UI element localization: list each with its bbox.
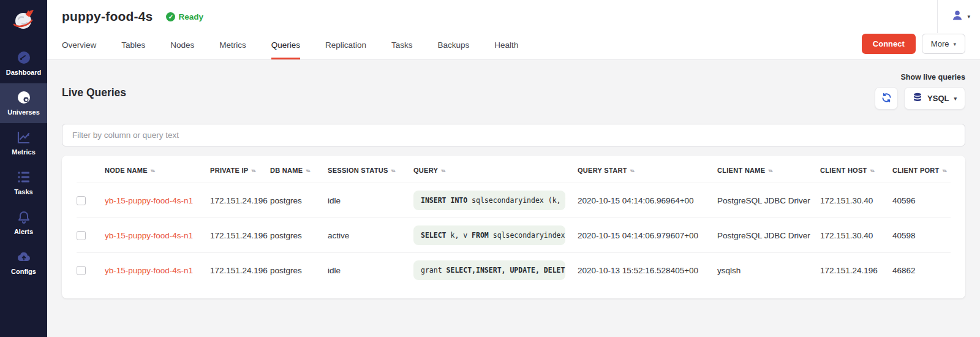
session-status-cell: idle xyxy=(328,252,413,287)
client-port-cell: 46862 xyxy=(892,252,951,287)
client-port-cell: 40598 xyxy=(892,218,951,252)
private-ip-cell: 172.151.24.196 xyxy=(210,183,270,218)
session-status-cell: idle xyxy=(328,183,413,218)
column-header-session-status[interactable]: SESSION STATUS▾▴ xyxy=(328,158,413,183)
private-ip-cell: 172.151.24.196 xyxy=(210,218,270,252)
refresh-button[interactable] xyxy=(875,87,898,110)
column-label: DB NAME xyxy=(270,167,303,174)
sidebar-item-label: Metrics xyxy=(12,148,36,156)
sidebar-item-label: Tasks xyxy=(14,188,32,195)
column-header-query[interactable]: QUERY▾▴ xyxy=(413,158,578,183)
query-chip: INSERT INTO sqlsecondaryindex (k, v… xyxy=(413,191,565,210)
row-checkbox[interactable] xyxy=(77,231,86,240)
query-start-cell: 2020-10-15 04:14:06.96964+00 xyxy=(578,183,717,218)
sort-icon[interactable]: ▾▴ xyxy=(306,168,309,173)
query-engine-dropdown[interactable]: YSQL ▾ xyxy=(904,87,965,110)
tab-queries[interactable]: Queries xyxy=(271,33,300,59)
column-label: QUERY START xyxy=(578,167,627,174)
more-button[interactable]: More ▾ xyxy=(922,34,965,54)
sort-icon[interactable]: ▾▴ xyxy=(252,168,255,173)
tab-backups[interactable]: Backups xyxy=(437,33,469,59)
app-logo[interactable] xyxy=(0,0,47,44)
column-label: NODE NAME xyxy=(105,167,148,174)
client-host-cell: 172.151.30.40 xyxy=(820,183,892,218)
section-title: Live Queries xyxy=(62,86,126,99)
client-name-cell: ysqlsh xyxy=(717,252,820,287)
query-chip: grant SELECT,INSERT, UPDATE, DELETE… xyxy=(413,260,565,280)
column-header-client-name[interactable]: CLIENT NAME▾▴ xyxy=(717,158,820,183)
column-header-db-name[interactable]: DB NAME▾▴ xyxy=(270,158,328,183)
top-bar: puppy-food-4s ✓ Ready ▾ OverviewTablesNo… xyxy=(47,0,980,60)
chevron-down-icon: ▾ xyxy=(954,96,957,102)
queries-table: NODE NAME▾▴PRIVATE IP▾▴DB NAME▾▴SESSION … xyxy=(77,158,951,287)
tab-health[interactable]: Health xyxy=(494,33,518,59)
sort-icon[interactable]: ▾▴ xyxy=(768,168,772,173)
main-content: Live Queries Show live queries xyxy=(47,61,980,337)
column-label: CLIENT NAME xyxy=(717,167,765,174)
column-header-private-ip[interactable]: PRIVATE IP▾▴ xyxy=(210,158,270,183)
refresh-icon xyxy=(881,93,892,105)
chart-icon xyxy=(17,130,31,145)
column-label: PRIVATE IP xyxy=(210,167,249,174)
db-name-cell: postgres xyxy=(270,183,328,218)
query-cell: INSERT INTO sqlsecondaryindex (k, v… xyxy=(413,183,578,218)
user-avatar-icon xyxy=(951,9,963,24)
sort-icon[interactable]: ▾▴ xyxy=(943,168,946,173)
bell-icon xyxy=(17,210,31,224)
user-menu[interactable]: ▾ xyxy=(937,0,970,33)
sort-icon[interactable]: ▾▴ xyxy=(870,168,874,173)
sidebar-item-alerts[interactable]: Alerts xyxy=(0,203,47,243)
query-cell: SELECT k, v FROM sqlsecondaryindex … xyxy=(413,218,578,252)
node-name-link[interactable]: yb-15-puppy-food-4s-n1 xyxy=(105,266,193,275)
query-chip: SELECT k, v FROM sqlsecondaryindex … xyxy=(413,225,565,245)
sidebar-item-universes[interactable]: Universes xyxy=(0,83,47,123)
node-name-link[interactable]: yb-15-puppy-food-4s-n1 xyxy=(105,231,193,240)
tab-replication[interactable]: Replication xyxy=(325,33,366,59)
column-header-query-start[interactable]: QUERY START▾▴ xyxy=(578,158,717,183)
tab-tables[interactable]: Tables xyxy=(121,33,145,59)
query-start-cell: 2020-10-15 04:14:06.979607+00 xyxy=(578,218,717,252)
query-cell: grant SELECT,INSERT, UPDATE, DELETE… xyxy=(413,252,578,287)
tab-metrics[interactable]: Metrics xyxy=(219,33,246,59)
node-name-cell: yb-15-puppy-food-4s-n1 xyxy=(105,183,210,218)
row-checkbox[interactable] xyxy=(77,196,86,205)
sort-icon[interactable]: ▾▴ xyxy=(391,168,395,173)
client-host-cell: 172.151.24.196 xyxy=(820,252,892,287)
tab-tasks[interactable]: Tasks xyxy=(391,33,413,59)
show-live-queries-label: Show live queries xyxy=(900,73,965,81)
client-name-cell: PostgreSQL JDBC Driver xyxy=(717,183,820,218)
column-label: CLIENT HOST xyxy=(820,167,867,174)
sort-icon[interactable]: ▾▴ xyxy=(441,168,445,173)
column-header-client-port[interactable]: CLIENT PORT▾▴ xyxy=(892,158,951,183)
row-checkbox-cell xyxy=(77,252,105,287)
column-header-checkbox xyxy=(77,158,105,183)
column-label: QUERY xyxy=(413,167,438,174)
sidebar-item-metrics[interactable]: Metrics xyxy=(0,123,47,163)
globe-icon xyxy=(17,90,31,105)
sidebar-item-tasks[interactable]: Tasks xyxy=(0,163,47,203)
client-port-cell: 40596 xyxy=(892,183,951,218)
filter-input[interactable] xyxy=(62,124,965,146)
tab-bar: OverviewTablesNodesMetricsQueriesReplica… xyxy=(62,33,518,59)
cloud-upload-icon xyxy=(17,249,31,264)
row-checkbox-cell xyxy=(77,183,105,218)
check-circle-icon: ✓ xyxy=(166,12,175,21)
row-checkbox[interactable] xyxy=(77,266,86,275)
sort-icon[interactable]: ▾▴ xyxy=(630,168,634,173)
column-header-node-name[interactable]: NODE NAME▾▴ xyxy=(105,158,210,183)
client-host-cell: 172.151.30.40 xyxy=(820,218,892,252)
sidebar-item-configs[interactable]: Configs xyxy=(0,243,47,282)
node-name-cell: yb-15-puppy-food-4s-n1 xyxy=(105,252,210,287)
sidebar-item-label: Configs xyxy=(11,268,36,275)
chevron-down-icon: ▾ xyxy=(953,41,956,47)
status-badge: ✓ Ready xyxy=(166,12,203,21)
column-header-client-host[interactable]: CLIENT HOST▾▴ xyxy=(820,158,892,183)
sidebar-item-dashboard[interactable]: Dashboard xyxy=(0,44,47,83)
sidebar-item-label: Dashboard xyxy=(6,69,41,76)
tab-nodes[interactable]: Nodes xyxy=(170,33,194,59)
node-name-link[interactable]: yb-15-puppy-food-4s-n1 xyxy=(105,196,193,205)
sort-icon[interactable]: ▾▴ xyxy=(151,168,154,173)
connect-button[interactable]: Connect xyxy=(862,34,916,54)
tab-overview[interactable]: Overview xyxy=(62,33,96,59)
chevron-down-icon: ▾ xyxy=(967,13,970,20)
